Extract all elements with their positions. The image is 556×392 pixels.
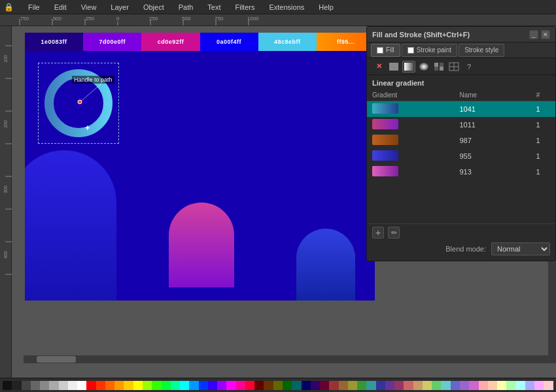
gradient-row-987[interactable]: 987 1: [367, 133, 555, 148]
color-swatch-aaffaa[interactable]: [506, 381, 515, 390]
color-swatch-aaaaff[interactable]: [525, 381, 534, 390]
color-swatch-996633[interactable]: [339, 381, 348, 390]
color-palette: [3, 381, 553, 390]
color-swatch-666600[interactable]: [273, 381, 283, 390]
tab-stroke-style[interactable]: Stroke style: [459, 44, 504, 57]
color-swatch-330066[interactable]: [311, 381, 320, 390]
color-swatch-ff0000[interactable]: [86, 381, 96, 390]
color-swatch-660000[interactable]: [254, 381, 264, 390]
svg-text:750: 750: [215, 16, 224, 22]
color-swatch-eee[interactable]: [68, 381, 77, 390]
color-swatch-ffcccc[interactable]: [544, 381, 553, 390]
no-paint-icon[interactable]: ✕: [372, 61, 385, 73]
panel-minimize-button[interactable]: _: [529, 30, 538, 39]
color-swatch-66cc66[interactable]: [432, 381, 441, 390]
flat-color-button[interactable]: [387, 61, 400, 73]
color-swatch-999933[interactable]: [348, 381, 357, 390]
color-swatch-ffff00[interactable]: [133, 381, 143, 390]
color-swatch-3300ff[interactable]: [208, 381, 217, 390]
menu-view[interactable]: View: [78, 2, 99, 12]
color-swatch-aaffff[interactable]: [516, 381, 525, 390]
swatch-button[interactable]: [447, 61, 460, 73]
color-swatch-ff0099[interactable]: [236, 381, 245, 390]
color-swatch-666[interactable]: [31, 381, 40, 390]
scroll-thumb-horizontal[interactable]: [37, 356, 76, 363]
color-swatch-888[interactable]: [40, 381, 49, 390]
menu-edit[interactable]: Edit: [52, 2, 69, 12]
color-bar: [0, 378, 556, 392]
color-swatch-00ffff[interactable]: [180, 381, 189, 390]
color-swatch-ff00ff[interactable]: [226, 381, 235, 390]
color-swatch-006600[interactable]: [283, 381, 292, 390]
scrollbar-bottom[interactable]: [24, 355, 548, 363]
menu-extensions[interactable]: Extensions: [266, 2, 307, 12]
color-swatch-663300[interactable]: [264, 381, 273, 390]
color-swatch-333399[interactable]: [376, 381, 385, 390]
color-swatch-cccc66[interactable]: [423, 381, 432, 390]
blend-mode-select[interactable]: Normal Multiply Screen Overlay: [491, 242, 550, 255]
color-swatch-ff6600[interactable]: [105, 381, 114, 390]
pattern-button[interactable]: [432, 61, 445, 73]
menu-filters[interactable]: Filters: [233, 2, 258, 12]
color-swatch-993333[interactable]: [329, 381, 338, 390]
color-swatch-ff0033[interactable]: [245, 381, 254, 390]
linear-gradient-button[interactable]: [402, 61, 415, 73]
menu-object[interactable]: Object: [141, 2, 167, 12]
color-swatch-000066[interactable]: [302, 381, 311, 390]
color-swatch-0033ff[interactable]: [199, 381, 208, 390]
color-swatch-ff9900[interactable]: [114, 381, 124, 390]
color-swatch-339999[interactable]: [366, 381, 375, 390]
color-swatch-9966cc[interactable]: [460, 381, 469, 390]
menu-path[interactable]: Path: [176, 2, 196, 12]
unset-paint-button[interactable]: ?: [462, 61, 476, 73]
color-swatch-00ff33[interactable]: [162, 381, 171, 390]
color-swatch-fff[interactable]: [77, 381, 86, 390]
menu-text[interactable]: Text: [205, 2, 223, 12]
color-swatch-cc6666[interactable]: [404, 381, 413, 390]
color-swatch-99ff00[interactable]: [143, 381, 152, 390]
color-swatch-6666cc[interactable]: [451, 381, 460, 390]
gradient-row-1011[interactable]: 1011 1: [367, 117, 555, 133]
edit-gradient-button[interactable]: ✏: [388, 227, 400, 238]
color-swatch-663399[interactable]: [385, 381, 394, 390]
color-swatch-00ff99[interactable]: [171, 381, 180, 390]
color-swatch-9900ff[interactable]: [217, 381, 226, 390]
gradient-row-1041[interactable]: 1041 1: [367, 101, 555, 118]
color-swatch-993366[interactable]: [394, 381, 404, 390]
color-swatch-ffcc00[interactable]: [124, 381, 133, 390]
fill-stroke-panel: Fill and Stroke (Shift+Ctrl+F) _ ✕ Fill …: [366, 26, 556, 261]
menu-file[interactable]: File: [26, 2, 43, 12]
color-swatch-ffccaa[interactable]: [488, 381, 497, 390]
gradient-row-955[interactable]: 955 1: [367, 148, 555, 164]
color-swatch-444[interactable]: [22, 381, 31, 390]
color-swatch-ff3300[interactable]: [96, 381, 105, 390]
tab-fill[interactable]: Fill: [371, 44, 400, 57]
panel-close-button[interactable]: ✕: [541, 30, 550, 39]
add-gradient-button[interactable]: +: [372, 227, 384, 238]
color-swatch-660033[interactable]: [320, 381, 329, 390]
color-swatch-ffaaff[interactable]: [534, 381, 544, 390]
tab-stroke-paint[interactable]: Stroke paint: [402, 44, 457, 57]
menu-layer[interactable]: Layer: [108, 2, 131, 12]
color-swatch-33ff00[interactable]: [152, 381, 161, 390]
color-swatch-66cccc[interactable]: [441, 381, 450, 390]
color-swatch-339933[interactable]: [357, 381, 366, 390]
gradient-name-955: 955: [454, 148, 521, 164]
menu-help[interactable]: Help: [316, 2, 336, 12]
ruler-top: -750 -500 -250 0 250 500 750 1000: [0, 14, 556, 26]
color-swatch-006666[interactable]: [292, 381, 301, 390]
radial-gradient-button[interactable]: [417, 61, 430, 73]
svg-text:0: 0: [116, 16, 120, 22]
svg-rect-35: [440, 63, 443, 67]
color-swatch-cc9966[interactable]: [413, 381, 423, 390]
color-swatch-ffffaa[interactable]: [497, 381, 506, 390]
color-swatch-111[interactable]: [3, 381, 12, 390]
color-swatch-aaa[interactable]: [49, 381, 58, 390]
gradient-row-913[interactable]: 913 1: [367, 164, 555, 180]
color-swatch-ffaaaa[interactable]: [479, 381, 488, 390]
color-swatch-ccc[interactable]: [59, 381, 68, 390]
color-swatch-cc66cc[interactable]: [469, 381, 478, 390]
svg-text:-250: -250: [84, 16, 95, 22]
color-swatch-222[interactable]: [12, 381, 21, 390]
color-swatch-0099ff[interactable]: [189, 381, 198, 390]
